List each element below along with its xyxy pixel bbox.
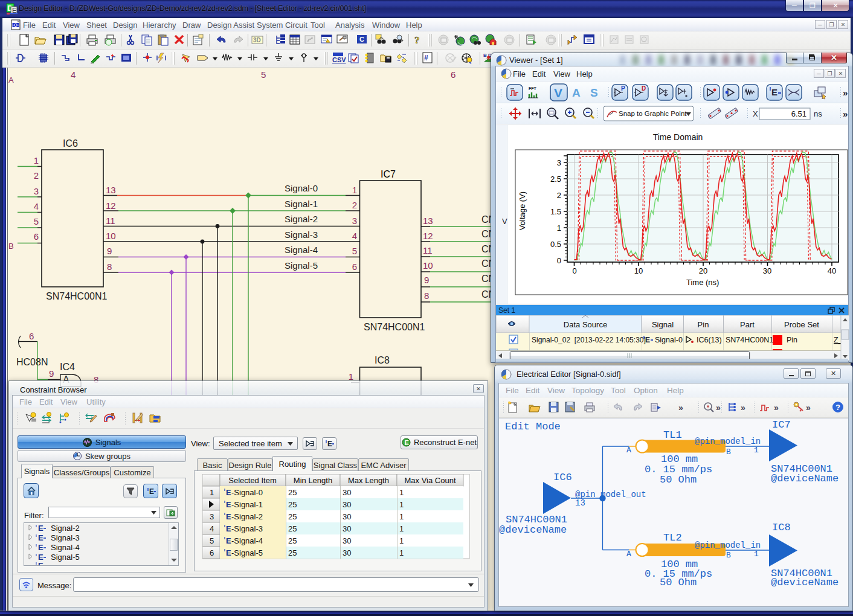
svg-text:Signal-0: Signal-0 xyxy=(655,336,683,344)
svg-text:E: E xyxy=(226,512,231,521)
svg-text:6: 6 xyxy=(451,69,455,80)
svg-text:Signal-3: Signal-3 xyxy=(51,533,80,542)
svg-text:3: 3 xyxy=(210,512,214,521)
svg-text:2.5: 2.5 xyxy=(550,175,561,184)
svg-text:5: 5 xyxy=(352,246,357,256)
svg-text:E: E xyxy=(38,543,43,552)
svg-text:E: E xyxy=(38,561,43,566)
svg-text:3D: 3D xyxy=(253,37,261,43)
svg-text:»: » xyxy=(716,403,721,412)
svg-text:6: 6 xyxy=(34,231,39,242)
svg-text:IC4: IC4 xyxy=(60,362,75,372)
svg-text:Max Via Count: Max Via Count xyxy=(404,476,455,485)
svg-text:11: 11 xyxy=(106,216,115,226)
svg-text:30: 30 xyxy=(343,524,351,533)
svg-text:IC8: IC8 xyxy=(772,522,791,533)
svg-text:@pin_model_out: @pin_model_out xyxy=(575,490,646,499)
svg-text:A: A xyxy=(572,86,581,99)
svg-text:3: 3 xyxy=(557,158,561,167)
svg-text:Pin: Pin xyxy=(698,320,709,329)
svg-text:50 Ohm: 50 Ohm xyxy=(660,577,697,588)
svg-text:Signal-0_02 [2013-02-22 14:05: Signal-0_02 [2013-02-22 14:05:30] xyxy=(532,336,646,344)
svg-text:Max Length: Max Length xyxy=(348,476,389,485)
svg-text:1: 1 xyxy=(399,488,404,497)
svg-text:A: A xyxy=(8,75,14,85)
svg-text:13: 13 xyxy=(575,498,585,508)
svg-text:25: 25 xyxy=(288,500,297,509)
svg-text:5: 5 xyxy=(210,536,214,545)
svg-text:IC7: IC7 xyxy=(772,419,791,431)
svg-text:Signal-2: Signal-2 xyxy=(285,214,318,224)
svg-text:B: B xyxy=(726,551,731,560)
svg-text:Probe Set: Probe Set xyxy=(784,320,819,329)
svg-text:S: S xyxy=(590,86,598,99)
svg-text:4: 4 xyxy=(352,231,357,241)
svg-text:20: 20 xyxy=(699,266,707,275)
svg-text:-Signal-0: -Signal-0 xyxy=(231,488,263,497)
svg-text:@pin_model_in: @pin_model_in xyxy=(695,541,761,550)
svg-text:3: 3 xyxy=(352,216,357,226)
svg-text:40: 40 xyxy=(828,266,836,275)
svg-text:-Signal-1: -Signal-1 xyxy=(231,500,263,509)
svg-text:Signal-1: Signal-1 xyxy=(285,199,318,209)
svg-text:30: 30 xyxy=(343,536,351,545)
svg-text:Signal-5: Signal-5 xyxy=(285,260,318,271)
svg-text:30: 30 xyxy=(343,488,351,497)
svg-text:6: 6 xyxy=(210,548,214,557)
svg-text:0: 0 xyxy=(557,256,561,265)
svg-text:@deviceName: @deviceName xyxy=(771,577,839,588)
svg-text:6: 6 xyxy=(352,261,357,272)
svg-text:@deviceName: @deviceName xyxy=(499,524,567,536)
svg-text:E: E xyxy=(645,336,650,344)
svg-text:50 Ohm: 50 Ohm xyxy=(660,474,697,486)
svg-text:CSV: CSV xyxy=(332,56,346,63)
svg-text:Signal-0: Signal-0 xyxy=(285,183,318,193)
svg-text:25: 25 xyxy=(288,512,297,521)
svg-text:10: 10 xyxy=(423,260,433,271)
svg-text:30: 30 xyxy=(343,512,351,521)
svg-text:1: 1 xyxy=(399,500,404,509)
svg-text:Signal-3: Signal-3 xyxy=(285,229,318,240)
svg-text:»: » xyxy=(843,88,848,98)
svg-text:12: 12 xyxy=(423,231,433,241)
svg-text:TL2: TL2 xyxy=(663,532,682,544)
svg-text:P: P xyxy=(621,85,625,92)
svg-text:0.5: 0.5 xyxy=(550,240,561,249)
svg-text:X: X xyxy=(753,109,758,118)
svg-text:5: 5 xyxy=(34,216,39,226)
svg-text:Snap to Graphic Point: Snap to Graphic Point xyxy=(619,110,687,117)
svg-text:»: » xyxy=(741,403,745,412)
svg-text:-Signal-4: -Signal-4 xyxy=(231,536,263,545)
svg-text:25: 25 xyxy=(288,536,297,545)
svg-text:»: » xyxy=(774,403,779,412)
svg-text:IC7: IC7 xyxy=(381,169,396,179)
svg-text:B: B xyxy=(8,242,14,251)
svg-text:E: E xyxy=(771,87,777,97)
svg-text:E: E xyxy=(226,536,231,545)
svg-text:@deviceName: @deviceName xyxy=(771,473,839,484)
svg-text:1: 1 xyxy=(557,223,561,233)
svg-text:Signal: Signal xyxy=(652,320,674,329)
svg-text:25: 25 xyxy=(288,548,297,557)
svg-text:E: E xyxy=(226,488,231,497)
svg-text:Signal-4: Signal-4 xyxy=(51,543,80,552)
svg-text:Signal-5: Signal-5 xyxy=(51,553,80,562)
svg-text:Signal-2: Signal-2 xyxy=(51,524,80,533)
svg-text:8: 8 xyxy=(107,261,112,272)
svg-text:»: » xyxy=(678,403,683,412)
svg-text:E: E xyxy=(38,524,43,533)
svg-text:30: 30 xyxy=(343,500,351,509)
svg-text:Min Length: Min Length xyxy=(294,476,332,485)
svg-text:E: E xyxy=(38,533,43,542)
svg-text:»: » xyxy=(843,109,848,119)
svg-text:1: 1 xyxy=(399,548,404,557)
svg-text:B: B xyxy=(726,448,731,457)
svg-text:1: 1 xyxy=(34,155,39,165)
svg-text:-Signal-2: -Signal-2 xyxy=(231,512,263,521)
svg-text:1: 1 xyxy=(399,524,404,533)
svg-text:SN74HC00N1: SN74HC00N1 xyxy=(364,322,425,332)
svg-text:1.5: 1.5 xyxy=(550,207,561,216)
svg-text:IC6: IC6 xyxy=(63,138,78,149)
svg-text:6.51: 6.51 xyxy=(791,109,806,118)
svg-text:3: 3 xyxy=(34,186,39,196)
